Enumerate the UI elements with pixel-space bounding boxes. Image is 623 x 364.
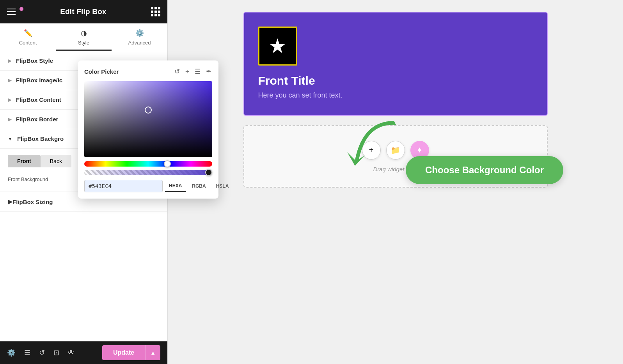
front-text: Here you can set front text. bbox=[258, 91, 533, 99]
cp-hex-row: HEXA RGBA HSLA bbox=[84, 180, 212, 192]
panel-title: Edit Flip Box bbox=[60, 7, 106, 16]
arrow-icon: ▶ bbox=[8, 198, 12, 205]
cp-opacity-slider[interactable] bbox=[84, 170, 212, 175]
update-arrow-button[interactable]: ▲ bbox=[145, 345, 160, 360]
settings-icon[interactable]: ⚙️ bbox=[7, 348, 16, 357]
section-flipbox-sizing-label: FlipBox Sizing bbox=[12, 199, 53, 205]
arrow-icon: ▶ bbox=[8, 117, 11, 122]
flip-box-front: ★ Front Title Here you can set front tex… bbox=[243, 12, 548, 116]
section-flipbox-content-label: FlipBox Content bbox=[16, 96, 61, 103]
tooltip-text: Choose Background Color bbox=[425, 165, 544, 175]
section-flipbox-border-label: FlipBox Border bbox=[16, 116, 58, 123]
cp-actions: ↺ + ☰ ✒ bbox=[174, 67, 212, 76]
grid-icon[interactable] bbox=[151, 7, 160, 16]
arrow-down-icon: ▼ bbox=[8, 136, 12, 142]
tab-style-label: Style bbox=[78, 40, 89, 46]
bottom-bar: ⚙️ ☰ ↺ ⊡ 👁 Update ▲ bbox=[0, 341, 167, 364]
arrow-icon: ▶ bbox=[8, 58, 11, 64]
arrow-icon: ▶ bbox=[8, 78, 11, 83]
left-panel: Edit Flip Box ✏️ Content ◑ Style ⚙️ Adva… bbox=[0, 0, 168, 364]
tab-advanced-label: Advanced bbox=[128, 40, 151, 46]
cp-hue-slider[interactable] bbox=[84, 161, 212, 167]
update-button[interactable]: Update bbox=[102, 345, 145, 360]
tooltip-bubble: Choose Background Color bbox=[406, 156, 563, 184]
icon-box: ★ bbox=[258, 27, 297, 66]
front-background-label: Front Background bbox=[8, 176, 48, 182]
back-tab[interactable]: Back bbox=[41, 155, 71, 167]
preview-icon[interactable]: 👁 bbox=[68, 349, 75, 357]
history-icon[interactable]: ↺ bbox=[39, 348, 45, 357]
cp-gradient-area[interactable] bbox=[84, 81, 212, 157]
hamburger-icon[interactable] bbox=[7, 9, 16, 15]
section-flipbox-style-label: FlipBox Style bbox=[16, 57, 53, 64]
cp-mode-hexa[interactable]: HEXA bbox=[165, 180, 186, 192]
cp-header: Color Picker ↺ + ☰ ✒ bbox=[84, 67, 212, 76]
gear-icon: ⚙️ bbox=[135, 29, 144, 37]
cp-opacity-thumb[interactable] bbox=[205, 169, 212, 176]
main-canvas: ★ Front Title Here you can set front tex… bbox=[168, 0, 623, 364]
pencil-icon: ✏️ bbox=[24, 29, 32, 37]
tab-content-label: Content bbox=[19, 40, 37, 46]
responsive-icon[interactable]: ⊡ bbox=[53, 348, 59, 357]
layers-icon[interactable]: ☰ bbox=[24, 348, 30, 357]
cp-color-cursor[interactable] bbox=[145, 107, 152, 114]
pink-dot bbox=[20, 7, 23, 11]
star-icon: ★ bbox=[268, 34, 287, 58]
cp-mode-rgba[interactable]: RGBA bbox=[188, 181, 209, 192]
bottom-bar-icons: ⚙️ ☰ ↺ ⊡ 👁 bbox=[7, 348, 75, 357]
tab-content[interactable]: ✏️ Content bbox=[0, 23, 56, 51]
arrow-icon: ▶ bbox=[8, 97, 11, 103]
section-flipbox-image-label: FlipBox Image/Ic bbox=[16, 77, 62, 83]
front-tab[interactable]: Front bbox=[8, 155, 41, 167]
style-icon: ◑ bbox=[81, 29, 87, 37]
panel-header: Edit Flip Box bbox=[0, 0, 167, 23]
cp-reset-button[interactable]: ↺ bbox=[174, 67, 181, 76]
cp-add-button[interactable]: + bbox=[185, 67, 190, 76]
tab-advanced[interactable]: ⚙️ Advanced bbox=[112, 23, 167, 51]
cp-hex-input[interactable] bbox=[84, 180, 163, 192]
cp-eyedropper-button[interactable]: ✒ bbox=[205, 67, 212, 76]
cp-layers-button[interactable]: ☰ bbox=[194, 67, 201, 76]
section-flipbox-background-label: FlipBox Backgro bbox=[17, 135, 64, 142]
color-picker-popup: Color Picker ↺ + ☰ ✒ HEXA RGBA HSLA bbox=[78, 60, 218, 199]
cp-title: Color Picker bbox=[84, 68, 119, 75]
panel-tabs: ✏️ Content ◑ Style ⚙️ Advanced bbox=[0, 23, 167, 51]
front-title: Front Title bbox=[258, 74, 533, 87]
green-arrow bbox=[339, 113, 402, 177]
update-btn-group: Update ▲ bbox=[102, 345, 160, 360]
cp-mode-hsla[interactable]: HSLA bbox=[212, 181, 233, 192]
cp-hue-thumb[interactable] bbox=[164, 160, 171, 167]
tab-style[interactable]: ◑ Style bbox=[56, 23, 112, 51]
